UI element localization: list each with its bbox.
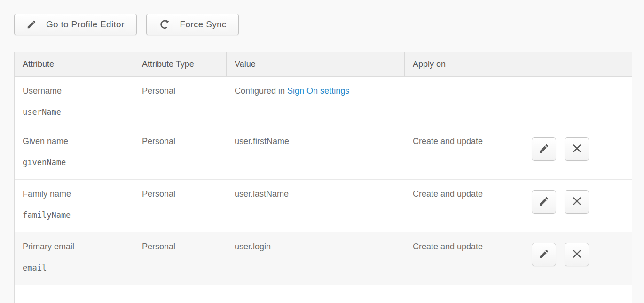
attribute-variable-name: email xyxy=(23,263,134,272)
attribute-label: Primary email xyxy=(23,242,134,252)
table-row: UsernameuserNamePersonalConfigured in Si… xyxy=(15,77,632,127)
page: Go to Profile Editor Force Sync Attribut… xyxy=(0,0,644,303)
actions-cell xyxy=(522,127,632,180)
table-row: Family namefamilyNamePersonaluser.lastNa… xyxy=(15,180,632,232)
close-icon xyxy=(572,248,582,261)
table-body: UsernameuserNamePersonalConfigured in Si… xyxy=(15,77,632,303)
force-sync-button[interactable]: Force Sync xyxy=(146,14,239,35)
actions-cell xyxy=(522,77,632,127)
value-cell: user.firstName xyxy=(227,127,405,180)
header-actions xyxy=(522,52,632,77)
attribute-type-cell: Personal xyxy=(134,127,227,180)
partial-row xyxy=(15,285,632,303)
attribute-variable-name: givenName xyxy=(23,158,134,167)
pencil-icon xyxy=(26,19,37,30)
actions-cell xyxy=(522,232,632,285)
remove-attribute-button[interactable] xyxy=(565,137,589,161)
close-icon xyxy=(572,143,582,155)
value-cell: user.lastName xyxy=(227,180,405,232)
attribute-label: Given name xyxy=(23,136,134,146)
attribute-type-cell: Personal xyxy=(134,180,227,232)
edit-attribute-button[interactable] xyxy=(532,137,556,161)
remove-attribute-button[interactable] xyxy=(565,190,589,214)
attribute-type-cell: Personal xyxy=(134,232,227,285)
go-to-profile-editor-label: Go to Profile Editor xyxy=(46,19,125,30)
attribute-variable-name: familyName xyxy=(23,210,134,220)
header-value: Value xyxy=(227,52,405,77)
apply-on-cell: Create and update xyxy=(405,127,522,180)
attribute-label: Family name xyxy=(23,189,134,199)
table-header-row: Attribute Attribute Type Value Apply on xyxy=(15,52,632,77)
sign-on-settings-link[interactable]: Sign On settings xyxy=(287,86,349,96)
close-icon xyxy=(572,196,582,208)
pencil-icon xyxy=(538,143,550,156)
remove-attribute-button[interactable] xyxy=(565,243,589,266)
header-attribute-type: Attribute Type xyxy=(134,52,227,77)
force-sync-label: Force Sync xyxy=(180,19,227,30)
pencil-icon xyxy=(538,248,550,261)
header-apply-on: Apply on xyxy=(405,52,522,77)
edit-attribute-button[interactable] xyxy=(532,243,556,266)
go-to-profile-editor-button[interactable]: Go to Profile Editor xyxy=(14,14,137,35)
edit-attribute-button[interactable] xyxy=(532,190,556,214)
actions-cell xyxy=(522,180,632,232)
attribute-type-cell: Personal xyxy=(134,77,227,127)
attribute-variable-name: userName xyxy=(23,107,134,117)
apply-on-cell: Create and update xyxy=(405,180,522,232)
sync-icon xyxy=(158,18,171,31)
toolbar: Go to Profile Editor Force Sync xyxy=(14,14,239,35)
pencil-icon xyxy=(538,196,550,208)
header-attribute: Attribute xyxy=(15,52,134,77)
value-cell: user.login xyxy=(227,232,405,285)
apply-on-cell: Create and update xyxy=(405,232,522,285)
attribute-mapping-table: Attribute Attribute Type Value Apply on … xyxy=(14,52,632,303)
attribute-label: Username xyxy=(23,86,134,96)
apply-on-cell xyxy=(405,77,522,127)
table-row: Given namegivenNamePersonaluser.firstNam… xyxy=(15,127,632,180)
table-row: Primary emailemailPersonaluser.loginCrea… xyxy=(15,232,632,285)
value-cell: Configured in Sign On settings xyxy=(227,77,405,127)
